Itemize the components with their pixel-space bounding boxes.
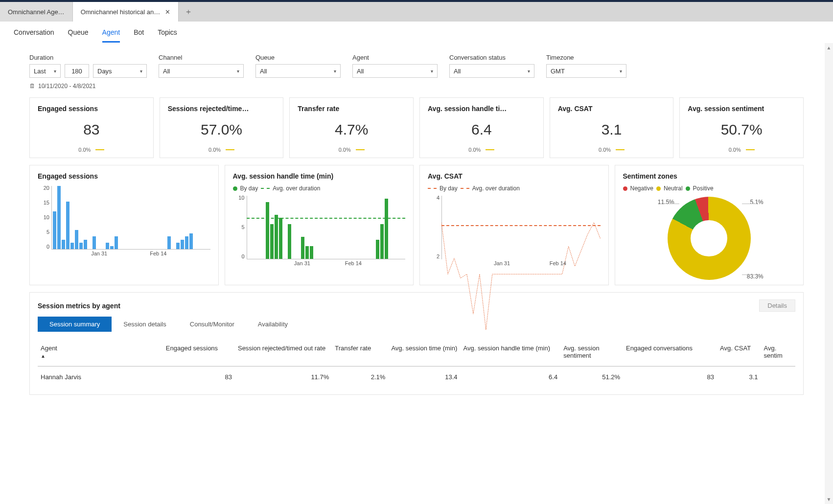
- column-header[interactable]: Engaged conversations: [623, 341, 717, 367]
- legend-dot-icon: [623, 186, 627, 191]
- tab-label: Omnichannel historical an…: [81, 8, 161, 16]
- kpi-card[interactable]: Transfer rate 4.7% 0.0%: [289, 97, 414, 158]
- close-icon[interactable]: ✕: [165, 8, 170, 16]
- chevron-down-icon: ▾: [528, 69, 530, 74]
- legend-dot-icon: [686, 186, 690, 191]
- date-range: 🗓 10/11/2020 - 4/8/2021: [29, 83, 804, 90]
- kpi-value: 57.0%: [168, 121, 276, 138]
- kpi-card[interactable]: Sessions rejected/time… 57.0% 0.0%: [160, 97, 284, 158]
- kpi-title: Avg. session sentiment: [688, 105, 795, 113]
- tab-label: Omnichannel Age…: [8, 8, 65, 16]
- chevron-down-icon: ▾: [140, 69, 142, 74]
- filters-row: Duration Last▾ 180 Days▾ Channel All▾ Qu…: [29, 54, 804, 78]
- chart-legend: By dayAvg. over duration: [233, 185, 406, 192]
- details-button[interactable]: Details: [759, 299, 795, 312]
- scroll-down-icon[interactable]: ▼: [825, 495, 833, 504]
- kpi-value: 83: [38, 121, 145, 138]
- app-tab-active[interactable]: Omnichannel historical an… ✕: [73, 2, 179, 22]
- column-header[interactable]: Engaged sessions: [163, 341, 235, 367]
- kpi-title: Engaged sessions: [38, 105, 145, 113]
- tab-topics[interactable]: Topics: [158, 28, 177, 43]
- agent-select[interactable]: All▾: [352, 64, 438, 78]
- kpi-title: Transfer rate: [298, 105, 405, 113]
- filter-label-queue: Queue: [255, 54, 341, 61]
- column-header[interactable]: Avg. sentim: [761, 341, 795, 367]
- tab-strip: Omnichannel Age… Omnichannel historical …: [0, 2, 833, 22]
- calendar-icon: 🗓: [29, 83, 35, 90]
- tab-agent[interactable]: Agent: [102, 28, 120, 43]
- scrollbar[interactable]: ▲ ▼: [825, 43, 833, 504]
- chart-card[interactable]: Avg. CSATBy dayAvg. over duration42Jan 3…: [419, 165, 609, 285]
- timezone-select[interactable]: GMT▾: [546, 64, 626, 78]
- filter-label-status: Conversation status: [449, 54, 534, 61]
- column-header[interactable]: Transfer rate: [332, 341, 388, 367]
- trend-icon: [95, 149, 104, 150]
- trend-icon: [616, 149, 625, 150]
- column-header[interactable]: Session rejected/timed out rate: [235, 341, 332, 367]
- chevron-down-icon: ▾: [54, 69, 56, 74]
- kpi-delta: 0.0%: [208, 147, 221, 153]
- filter-label-channel: Channel: [159, 54, 244, 61]
- tab-bot[interactable]: Bot: [134, 28, 144, 43]
- filter-label-duration: Duration: [29, 54, 147, 61]
- filter-label-agent: Agent: [352, 54, 438, 61]
- kpi-delta: 0.0%: [468, 147, 481, 153]
- status-select[interactable]: All▾: [449, 64, 534, 78]
- kpi-title: Sessions rejected/time…: [168, 105, 276, 113]
- charts-row: Engaged sessions20151050Jan 31Feb 14Avg.…: [29, 165, 804, 285]
- chevron-down-icon: ▾: [334, 69, 336, 74]
- chart-title: Avg. CSAT: [428, 172, 601, 180]
- tab-conversation[interactable]: Conversation: [14, 28, 54, 43]
- chart-card[interactable]: Sentiment zonesNegativeNeutralPositive 5…: [615, 165, 804, 285]
- kpi-delta: 0.0%: [599, 147, 611, 153]
- sub-tab-session-summary[interactable]: Session summary: [38, 317, 112, 332]
- chart-legend: By dayAvg. over duration: [428, 185, 601, 192]
- legend-dash-icon: [428, 188, 437, 189]
- legend-dash-icon: [461, 188, 469, 189]
- trend-icon: [746, 149, 755, 150]
- chevron-down-icon: ▾: [620, 69, 622, 74]
- chart-card[interactable]: Engaged sessions20151050Jan 31Feb 14: [29, 165, 219, 285]
- duration-unit-select[interactable]: Days▾: [93, 64, 147, 78]
- legend-dot-icon: [233, 186, 237, 191]
- app-tab-inactive[interactable]: Omnichannel Age…: [0, 2, 73, 22]
- session-metrics-table: Agent▲Engaged sessionsSession rejected/t…: [38, 341, 795, 388]
- chart-legend: NegativeNeutralPositive: [623, 185, 796, 192]
- chart-title: Sentiment zones: [623, 172, 796, 180]
- kpi-card[interactable]: Avg. session handle ti… 6.4 0.0%: [419, 97, 544, 158]
- kpi-card[interactable]: Avg. session sentiment 50.7% 0.0%: [679, 97, 804, 158]
- trend-icon: [356, 149, 365, 150]
- column-header[interactable]: Agent▲: [38, 341, 163, 367]
- chevron-down-icon: ▾: [431, 69, 433, 74]
- queue-select[interactable]: All▾: [255, 64, 341, 78]
- duration-last-select[interactable]: Last▾: [29, 64, 61, 78]
- tab-queue[interactable]: Queue: [68, 28, 89, 43]
- kpi-title: Avg. CSAT: [558, 105, 666, 113]
- filter-label-timezone: Timezone: [546, 54, 626, 61]
- sub-tab-availability[interactable]: Availability: [246, 317, 300, 332]
- duration-count-input[interactable]: 180: [65, 64, 89, 78]
- kpi-delta: 0.0%: [78, 147, 91, 153]
- kpi-card[interactable]: Engaged sessions 83 0.0%: [29, 97, 154, 158]
- kpi-title: Avg. session handle ti…: [428, 105, 535, 113]
- kpi-delta: 0.0%: [729, 147, 741, 153]
- sub-tab-consult-monitor[interactable]: Consult/Monitor: [178, 317, 246, 332]
- chart-title: Engaged sessions: [38, 172, 210, 180]
- sub-tab-session-details[interactable]: Session details: [112, 317, 178, 332]
- nav-tabs: Conversation Queue Agent Bot Topics: [0, 22, 833, 43]
- session-metrics-title: Session metrics by agent: [38, 302, 120, 310]
- column-header[interactable]: Avg. CSAT: [717, 341, 761, 367]
- legend-dash-icon: [261, 188, 270, 189]
- kpi-value: 3.1: [558, 121, 666, 138]
- add-tab-button[interactable]: ＋: [179, 2, 198, 22]
- kpi-value: 6.4: [428, 121, 535, 138]
- kpi-value: 4.7%: [298, 121, 405, 138]
- kpi-card[interactable]: Avg. CSAT 3.1 0.0%: [550, 97, 674, 158]
- kpi-value: 50.7%: [688, 121, 795, 138]
- chart-card[interactable]: Avg. session handle time (min)By dayAvg.…: [225, 165, 414, 285]
- scroll-up-icon[interactable]: ▲: [825, 43, 833, 52]
- table-row[interactable]: Hannah Jarvis8311.7%2.1%13.46.451.2%833.…: [38, 367, 795, 388]
- trend-icon: [226, 149, 234, 150]
- sort-asc-icon: ▲: [41, 353, 46, 359]
- channel-select[interactable]: All▾: [159, 64, 244, 78]
